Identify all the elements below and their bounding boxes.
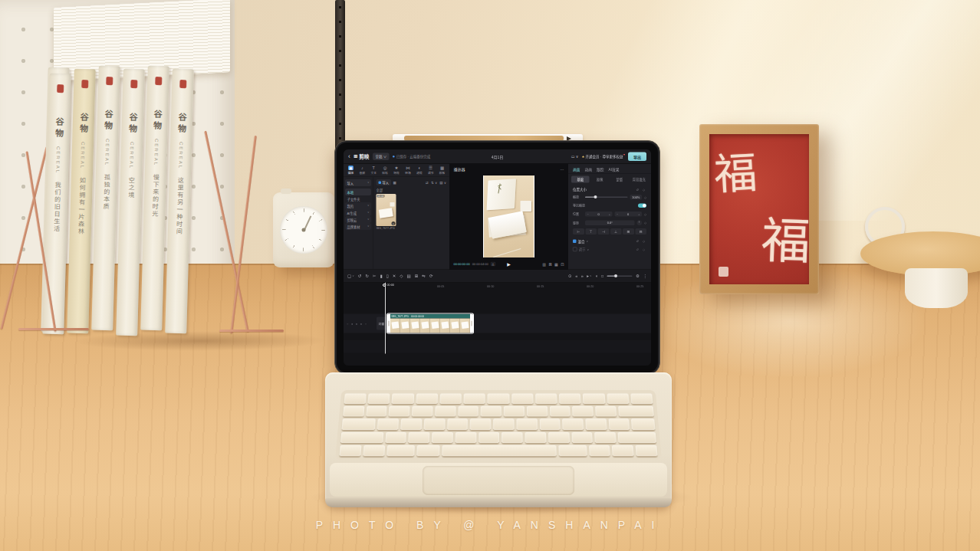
fullscreen-icon[interactable]: ⊡ [561, 262, 564, 267]
timeline-zoom-slider[interactable] [607, 275, 633, 277]
media-nav-item[interactable]: 子文件夹 [345, 195, 371, 202]
media-tab[interactable]: ♪ 音频 [357, 166, 368, 175]
delete[interactable]: ✕ [393, 274, 396, 279]
keyboard-key[interactable] [608, 419, 630, 430]
inspector-tab[interactable]: 画面 [573, 166, 580, 172]
keyboard-key[interactable] [458, 406, 478, 417]
trim-right[interactable]: ▯ [386, 274, 389, 279]
track-option-icons[interactable]: ○ ● ● ● ○ [347, 323, 367, 326]
keyboard-key[interactable] [607, 394, 629, 405]
media-tab[interactable]: ◐ 滤镜 [413, 166, 425, 175]
align-button[interactable]: ⊣ [598, 228, 610, 235]
keyboard-key[interactable] [585, 419, 607, 430]
grid-view-toggle[interactable]: ▦ [393, 181, 396, 185]
keyboard-key[interactable] [455, 432, 476, 443]
keyboard-key[interactable] [447, 419, 469, 430]
playhead-marker[interactable]: 00:00 [383, 284, 394, 287]
keyboard-key[interactable] [488, 394, 509, 405]
trackpad[interactable] [423, 466, 574, 495]
keyboard-key[interactable] [408, 432, 429, 443]
keyboard-key[interactable] [595, 406, 617, 417]
align-button[interactable]: ⊞ [623, 228, 634, 235]
preview-axis[interactable]: ▸∨ [587, 274, 591, 279]
media-tab[interactable]: ▦ 模板 [436, 166, 448, 175]
import-source-dropdown[interactable]: 导入 ∨ [345, 179, 371, 186]
keyboard-key[interactable] [363, 445, 385, 457]
keyboard-key[interactable] [416, 445, 440, 457]
position-y-value[interactable]: 0 [627, 212, 629, 216]
keyboard-key[interactable] [550, 406, 571, 417]
keyboard-key[interactable] [594, 432, 616, 443]
canvas-ratio-icon[interactable]: ▥ [542, 262, 546, 267]
filter-dropdown-icon[interactable]: ▤ ∨ [439, 181, 446, 185]
export-button[interactable]: 导出 [628, 152, 646, 161]
media-nav-item[interactable]: AI生成 ∨ [345, 209, 371, 216]
keyboard-key[interactable] [412, 406, 433, 417]
jump-start[interactable]: « [575, 274, 577, 279]
rotation-value[interactable]: 0.0° [585, 221, 634, 226]
snap[interactable]: ⌗ [601, 274, 603, 279]
mirror-preview-icon[interactable]: ⊠ [548, 262, 551, 267]
keyboard-key[interactable] [583, 394, 605, 405]
adjust-checkbox[interactable] [573, 248, 577, 252]
keyboard-key[interactable] [525, 432, 546, 443]
align-button[interactable]: ⊢ [573, 228, 584, 235]
align-button[interactable]: ⊤ [585, 228, 597, 235]
keyboard-key[interactable] [424, 419, 446, 430]
keyboard-key[interactable] [559, 394, 581, 405]
mirror[interactable]: ⇋ [422, 274, 426, 279]
keyboard-key[interactable] [516, 419, 537, 430]
position-y-stepper[interactable]: −0+ [614, 212, 641, 217]
keyboard-key[interactable] [464, 394, 485, 405]
keyboard-key[interactable] [385, 432, 406, 443]
keyboard-key[interactable] [631, 419, 655, 430]
align-button[interactable]: ⊟ [635, 228, 646, 235]
keyboard-key[interactable] [432, 432, 453, 443]
media-tab[interactable]: ◎ 贴纸 [380, 166, 391, 175]
keyboard-key[interactable] [368, 394, 390, 405]
keyboard-key[interactable] [344, 394, 367, 405]
keyboard-key[interactable] [435, 406, 455, 417]
timeline-menu-icon[interactable]: ⋮ [643, 274, 648, 279]
back-button[interactable]: ‹ [348, 153, 350, 160]
sync-icon[interactable]: ⇄ [426, 181, 429, 185]
keyboard-key[interactable] [493, 419, 514, 430]
keyboard-key[interactable] [342, 419, 377, 430]
keyboard-key[interactable] [366, 406, 387, 417]
rotation-dial[interactable] [636, 221, 642, 226]
keyboard-key[interactable] [618, 432, 656, 443]
timeline-clip[interactable]: IMG_7677.JPG 00:00:04:00 [387, 314, 473, 333]
sort-dropdown-icon[interactable]: ⇅ ∨ [431, 181, 437, 185]
timeline-settings-icon[interactable]: ⚙ [636, 274, 640, 279]
split[interactable]: ✂ [373, 274, 377, 279]
inspector-tab[interactable]: AI效果 [609, 166, 620, 172]
media-nav-item[interactable]: 本地 [345, 189, 371, 195]
clip-trim-handle-right[interactable] [470, 314, 473, 333]
asset-thumbnail[interactable]: 00:04 + [377, 194, 396, 226]
keyboard-key[interactable] [572, 406, 594, 417]
media-tab[interactable]: ▣ 媒体 [345, 166, 357, 175]
select-tool[interactable]: ▢∨ [347, 274, 354, 279]
align-button[interactable]: ⊥ [610, 228, 622, 235]
keyboard-key[interactable] [618, 406, 654, 417]
keyboard-keys[interactable] [335, 390, 662, 460]
keyboard-key[interactable] [392, 394, 414, 405]
keyboard-key[interactable] [442, 445, 557, 457]
reset-keyframe-icons[interactable]: ↺ ◇ [636, 248, 646, 251]
position-x-stepper[interactable]: −0+ [585, 212, 612, 217]
media-tab[interactable]: ☰ 调节 [425, 166, 436, 175]
grid-overlay-icon[interactable]: ▦ [554, 262, 558, 267]
crop[interactable]: ⊞ [415, 274, 419, 279]
add-to-timeline-button[interactable]: + [392, 221, 396, 225]
blend-checkbox[interactable] [573, 240, 577, 244]
keyboard-key[interactable] [340, 432, 383, 443]
inspector-subtab[interactable]: 抠像 [591, 176, 610, 183]
scale-slider[interactable] [585, 197, 628, 198]
media-tab[interactable]: ⋈ 转场 [402, 166, 413, 175]
keyboard-key[interactable] [630, 394, 653, 405]
keyboard-key[interactable] [548, 432, 570, 443]
keyboard-key[interactable] [343, 406, 364, 417]
keyboard-key[interactable] [535, 394, 557, 405]
keyboard-key[interactable] [504, 406, 525, 417]
import-button[interactable]: 导入 [377, 179, 392, 185]
